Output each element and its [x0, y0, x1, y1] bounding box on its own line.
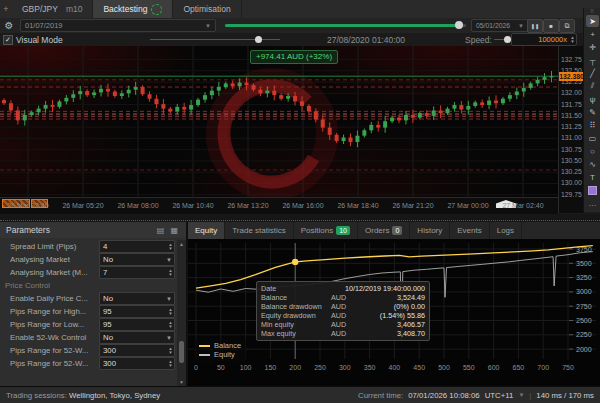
rectangle-icon[interactable]: ▭ [586, 132, 599, 144]
tooltip-value: 3,408.70 [353, 329, 425, 338]
parameter-row[interactable]: Pips Range for Low...95▲▼ [0, 318, 177, 331]
parameter-stepper[interactable]: 4▲▼ [99, 240, 175, 253]
text-icon[interactable]: T [586, 171, 599, 183]
scroll-down-icon[interactable]: ▼ [177, 379, 186, 385]
ellipse-icon[interactable]: ○ [586, 145, 599, 157]
parameter-row[interactable]: Pips Range for 52-W...300▲▼ [0, 344, 177, 357]
parameter-stepper[interactable]: 7▲▼ [99, 266, 175, 279]
tab-label: Positions [301, 226, 333, 235]
settings-gear-icon[interactable]: ⚙ [2, 19, 16, 31]
parameters-scrollbar[interactable]: ▲ ▼ [177, 240, 186, 386]
parameter-row[interactable]: Enable Daily Price C...No▼ [0, 292, 177, 305]
parameter-dropdown[interactable]: No▼ [99, 292, 175, 305]
tab-events[interactable]: Events [450, 222, 489, 239]
tab-logs[interactable]: Logs [490, 222, 522, 239]
progress-thumb[interactable] [455, 21, 463, 29]
stepper-arrows-icon[interactable]: ▲▼ [167, 243, 174, 251]
stepper-arrows-icon[interactable]: ▲▼ [167, 321, 174, 329]
tab-positions[interactable]: Positions10 [294, 222, 358, 239]
tab-symbol[interactable]: GBP/JPY m10 [12, 0, 93, 18]
timezone-select[interactable]: UTC+11 [485, 391, 514, 400]
parameter-row[interactable]: Pips Range for 52-W...300▲▼ [0, 357, 177, 370]
tab-backtesting[interactable]: Backtesting [93, 0, 173, 18]
svg-text:2750: 2750 [576, 303, 592, 310]
parameter-stepper[interactable]: 95▲▼ [99, 305, 175, 318]
visual-mode-checkbox[interactable]: ✓ [3, 35, 13, 45]
plus-icon[interactable]: + [0, 0, 12, 18]
pen-icon[interactable]: ✎ [586, 106, 599, 118]
time-tick-label: 26 Mar 08:00 [117, 202, 158, 209]
price-tick-label: 132.00 [561, 89, 582, 96]
status-bar: Trading sessions: Wellington, Tokyo, Syd… [0, 386, 600, 403]
svg-text:300: 300 [339, 364, 351, 371]
slider-thumb[interactable] [255, 36, 262, 43]
price-tick-label: 130.50 [561, 157, 582, 164]
slider-thumb[interactable] [504, 36, 511, 43]
svg-text:250: 250 [314, 364, 326, 371]
parameter-value: 95 [100, 320, 167, 329]
more-icon[interactable]: … [586, 197, 599, 209]
trend-line-icon[interactable]: ╱ [586, 67, 599, 79]
equity-chart[interactable]: 3750350032503000275025002250200005010015… [188, 239, 600, 386]
tab-trade-statistics[interactable]: Trade statistics [225, 222, 294, 239]
tab-equity[interactable]: Equity [188, 222, 225, 239]
marker-cross-icon[interactable]: ✛ [586, 41, 599, 53]
scrollbar-thumb[interactable] [179, 341, 184, 363]
start-date-select[interactable]: 01/07/2019 ▼ [20, 19, 216, 32]
speed-stepper[interactable]: 100000x ▲▼ [511, 33, 577, 46]
crosshair-icon[interactable]: + [586, 28, 599, 40]
end-date-select[interactable]: 05/01/2026 ▼ [471, 19, 529, 32]
legend-swatch [199, 354, 210, 356]
parameter-dropdown[interactable]: No▼ [99, 253, 175, 266]
color-swatch[interactable] [586, 184, 599, 196]
backtest-progress-slider[interactable] [225, 24, 466, 27]
bottom-panels: Parameters ▤ ▦ Spread Limit (Pips)4▲▼Ana… [0, 214, 600, 386]
tooltip-row: Max equityAUD3,408.70 [261, 329, 425, 338]
parameter-row[interactable]: Spread Limit (Pips)4▲▼ [0, 240, 177, 253]
parameter-row[interactable]: Analysing MarketNo▼ [0, 253, 177, 266]
price-axis[interactable]: 132.75132.50132.25132.00131.75131.50131.… [558, 46, 584, 213]
panel-view-icons[interactable]: ▤ ▦ [157, 226, 180, 235]
pause-button[interactable]: ❚❚ [527, 19, 543, 33]
parameters-list: Spread Limit (Pips)4▲▼Analysing MarketNo… [0, 240, 177, 386]
parameter-stepper[interactable]: 300▲▼ [99, 357, 175, 370]
parameter-value: No [100, 255, 166, 264]
parameter-value: 300 [100, 359, 167, 368]
tooltip-label: Date [261, 284, 325, 293]
cursor-icon[interactable]: ➤ [586, 15, 599, 27]
wave-icon[interactable]: ∿ [586, 158, 599, 170]
channel-icon[interactable]: ⫽ [586, 80, 599, 92]
horizontal-line-icon[interactable]: ┬ [586, 54, 599, 66]
stepper-arrows-icon[interactable]: ▲▼ [167, 269, 174, 277]
stepper-arrows-icon[interactable]: ▲▼ [167, 347, 174, 355]
svg-text:3000: 3000 [576, 288, 592, 295]
parameter-row[interactable]: Analysing Market (M...7▲▼ [0, 266, 177, 279]
drag-handle-icon[interactable]: ⠿ [584, 8, 600, 15]
scroll-up-icon[interactable]: ▲ [177, 241, 186, 247]
parameter-stepper[interactable]: 300▲▼ [99, 344, 175, 357]
svg-text:50: 50 [217, 364, 225, 371]
tab-label: Trade statistics [232, 226, 286, 235]
pitchfork-icon[interactable]: ψ [586, 93, 599, 105]
parameter-value: 95 [100, 307, 167, 316]
tooltip-label: Max equity [261, 329, 331, 338]
stepper-arrows-icon[interactable]: ▲▼ [167, 308, 174, 316]
stepper-arrows-icon[interactable]: ▲▼ [569, 36, 576, 44]
parameter-stepper[interactable]: 95▲▼ [99, 318, 175, 331]
speed-slider[interactable] [494, 39, 508, 40]
tab-optimisation[interactable]: Optimisation [173, 0, 241, 18]
svg-text:3500: 3500 [576, 260, 592, 267]
time-axis[interactable]: 26 Mar 02:4026 Mar 05:2026 Mar 08:0026 M… [0, 197, 558, 214]
fibonacci-icon[interactable]: ⠿ [586, 119, 599, 131]
stepper-arrows-icon[interactable]: ▲▼ [167, 360, 174, 368]
tab-history[interactable]: History [410, 222, 450, 239]
visual-mode-speed-slider[interactable] [150, 39, 280, 40]
candlestick-chart[interactable]: +974.41 AUD (+32%) [0, 46, 558, 197]
legend-item: Equity [199, 350, 241, 359]
parameter-dropdown[interactable]: No▼ [99, 331, 175, 344]
parameter-row[interactable]: Enable 52-Wk ControlNo▼ [0, 331, 177, 344]
tab-orders[interactable]: Orders0 [358, 222, 410, 239]
stop-button[interactable]: ■ [543, 19, 559, 33]
detach-window-button[interactable]: ⧉ [559, 19, 575, 33]
parameter-row[interactable]: Pips Range for High...95▲▼ [0, 305, 177, 318]
